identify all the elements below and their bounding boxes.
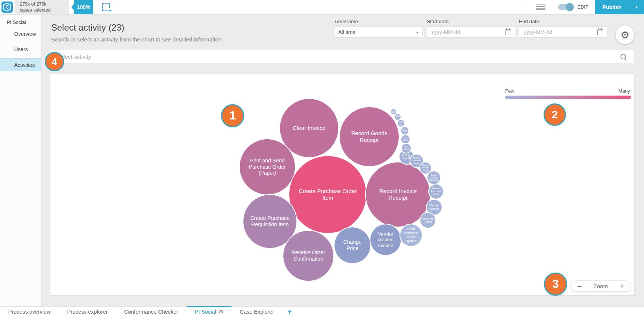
toggle-knob [566, 3, 574, 11]
cases-selected-chip[interactable]: 279k of 279k cases selected [15, 0, 69, 14]
edit-toggle[interactable] [558, 4, 573, 10]
tab-gear-icon: ⚙ [219, 309, 224, 315]
legend-many-label: Many [618, 88, 630, 94]
activity-bubble[interactable]: Print and Send Purchase Order (Paper) [240, 139, 295, 195]
sidebar-item-activities[interactable]: Activities [0, 58, 41, 71]
activity-bubble[interactable]: Remove Payment Block [395, 114, 401, 120]
zoom-control: − Zoom + [570, 280, 631, 292]
add-selection-icon[interactable]: + [102, 3, 110, 11]
zoom-in-button[interactable]: + [619, 283, 625, 289]
activity-bubble[interactable]: Set Payment Block [391, 109, 396, 114]
plus-icon: + [108, 8, 112, 14]
zoom-out-button[interactable]: − [577, 283, 582, 289]
tab-pi-social[interactable]: PI Social ⚙ [187, 307, 232, 317]
top-bar: C 279k of 279k cases selected 100% + EDI… [0, 0, 644, 15]
activity-bubble[interactable]: Cancel Invoice Receipt [420, 162, 431, 174]
analysis-tab-bar: Process overview Process explorer Confor… [0, 306, 644, 317]
edit-toggle-label: EDIT [578, 4, 588, 10]
activity-bubble[interactable]: Record Invoice Receipt [366, 162, 430, 227]
activity-bubble[interactable]: Adjustment Charge [420, 213, 435, 228]
chevron-down-icon: ▾ [635, 5, 638, 10]
cases-selected-label: cases selected [20, 7, 69, 13]
publish-button[interactable]: Publish [595, 0, 629, 14]
activity-bubble[interactable]: Change Vendor [427, 200, 442, 215]
app-logo[interactable]: C [1, 1, 13, 13]
logo-hexagon-icon: C [3, 3, 11, 12]
activity-bubble[interactable]: Clear Invoice [280, 99, 338, 157]
activity-bubble[interactable]: Vendor creates Invoice [370, 224, 401, 255]
activity-bubble[interactable]: Reactivate Purchase Order Item [401, 127, 408, 134]
activity-search-input[interactable] [56, 53, 620, 60]
sidebar-item-overview[interactable]: Overview [0, 28, 41, 40]
activity-bubble[interactable]: Release Purchase Order [429, 184, 443, 199]
cases-percent-badge: 100% [74, 0, 93, 14]
tab-conformance-checker[interactable]: Conformance Checker [116, 307, 186, 317]
app-window: C 279k of 279k cases selected 100% + EDI… [0, 0, 644, 317]
activity-bubble[interactable]: Block Purchase Order Item [402, 144, 411, 153]
menu-icon[interactable] [536, 4, 545, 10]
sidebar-item-users[interactable]: Users [0, 43, 41, 56]
tab-case-explorer[interactable]: Case Explorer [231, 307, 282, 317]
publish-dropdown-button[interactable]: ▾ [629, 0, 644, 14]
activity-bubble[interactable]: Send Overdue Notice [398, 120, 404, 127]
zoom-label: Zoom [594, 283, 608, 289]
cases-selected-count: 279k of 279k [20, 1, 69, 7]
add-tab-button[interactable]: + [287, 308, 292, 316]
activity-bubble[interactable]: Send Purchase Order Update [400, 224, 422, 246]
activity-bubble[interactable]: Record Goods Receipt [340, 107, 399, 166]
activity-bubble[interactable]: Delete Purchase Order Item [427, 171, 440, 184]
activity-bubble[interactable]: Change Price [335, 227, 370, 263]
tab-process-explorer[interactable]: Process explorer [59, 307, 116, 317]
sidebar: PI Social Overview Users Activities [0, 14, 41, 306]
sidebar-title: PI Social [0, 14, 41, 25]
bubble-layer: Clear InvoiceRecord Goods ReceiptPrint a… [0, 0, 644, 317]
topbar-right-group: EDIT Publish ▾ [528, 0, 644, 14]
activity-bubble[interactable]: Cancel Goods Receipt [401, 135, 410, 143]
search-icon[interactable] [620, 54, 626, 59]
legend-gradient [505, 96, 631, 99]
activity-search-bar [50, 50, 634, 63]
activity-bubble[interactable]: Create Purchase Order Item [289, 156, 366, 233]
activity-bubble[interactable]: Receive Order Confirmation [283, 231, 333, 281]
legend-few-label: Few [505, 88, 514, 94]
tab-process-overview[interactable]: Process overview [0, 307, 59, 317]
